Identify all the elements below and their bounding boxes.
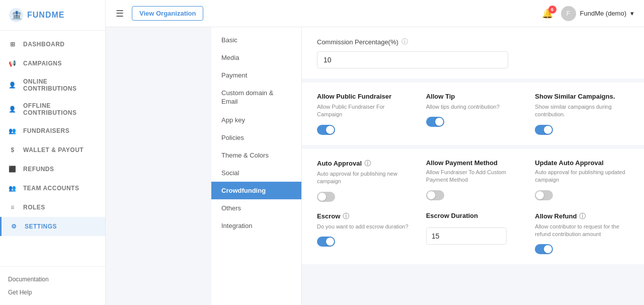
- switch-tip[interactable]: [426, 117, 444, 127]
- field-update-auto-approval: Update Auto Approval Auto approval for p…: [535, 159, 629, 202]
- sidebar-item-dashboard[interactable]: ⊞ DASHBOARD: [0, 35, 105, 54]
- toggle-allow-tip: Allow Tip Allow tips during contribution…: [426, 93, 520, 135]
- wallet-icon: $: [8, 145, 17, 155]
- bottom-grid: Auto Approval ⓘ Auto approval for publis…: [317, 159, 629, 255]
- toggle-switch-auto-approval[interactable]: [317, 192, 411, 202]
- user-name: FundMe (demo): [580, 10, 626, 17]
- sidebar: 🏦 FUNDME ⊞ DASHBOARD 📢 CAMPAIGNS 👤 ONLIN…: [0, 0, 106, 305]
- sidebar-item-offline-contributions[interactable]: 👤 OFFLINE CONTRIBUTIONS: [0, 97, 105, 121]
- sidebar-item-refunds[interactable]: ⬛ REFUNDS: [0, 160, 105, 179]
- content-area: Commission Percentage(%) ⓘ Allow Public …: [302, 27, 644, 305]
- sidebar-footer: Documentation Get Help: [0, 266, 105, 305]
- campaigns-icon: 📢: [8, 59, 17, 68]
- view-org-button[interactable]: View Organization: [132, 6, 203, 21]
- subnav-policies[interactable]: Policies: [211, 129, 301, 146]
- desc-auto-approval: Auto approval for publishing new campaig…: [317, 170, 411, 186]
- topbar-right: 🔔 6 F FundMe (demo) ▾: [542, 6, 634, 21]
- escrow-info-icon[interactable]: ⓘ: [343, 212, 349, 221]
- subnav-crowdfunding[interactable]: Crowdfunding: [211, 182, 301, 199]
- toggles-grid: Allow Public Fundraiser Allow Public Fun…: [317, 93, 629, 135]
- bottom-section: Auto Approval ⓘ Auto approval for publis…: [302, 149, 644, 265]
- get-help-link[interactable]: Get Help: [8, 286, 97, 299]
- allow-refund-info-icon[interactable]: ⓘ: [579, 212, 586, 221]
- switch-payment-method[interactable]: [426, 190, 444, 200]
- documentation-link[interactable]: Documentation: [8, 273, 97, 286]
- commission-input[interactable]: [317, 51, 508, 68]
- label-allow-refund: Allow Refund ⓘ: [535, 212, 629, 221]
- toggle-switch-payment-method[interactable]: [426, 190, 520, 200]
- escrow-duration-wrap: Days: [426, 227, 507, 245]
- online-contributions-icon: 👤: [8, 81, 17, 90]
- switch-allow-refund[interactable]: [535, 244, 553, 254]
- sidebar-item-team-accounts[interactable]: 👥 TEAM ACCOUNTS: [0, 179, 105, 198]
- offline-contributions-icon: 👤: [8, 105, 17, 114]
- settings-icon: ⚙: [10, 222, 19, 231]
- subnav-custom-domain[interactable]: Custom domain & Email: [211, 84, 301, 111]
- switch-escrow[interactable]: [317, 237, 335, 247]
- toggle-show-similar-campaigns: Show Similar Campaigns. Show similar cam…: [535, 93, 629, 135]
- team-accounts-icon: 👥: [8, 184, 17, 193]
- switch-public-fundraiser[interactable]: [317, 125, 335, 135]
- subnav-integration[interactable]: Integration: [211, 217, 301, 235]
- settings-sub-nav: Basic Media Payment Custom domain & Emai…: [211, 27, 302, 305]
- field-allow-payment-method: Allow Payment Method Allow Fundraiser To…: [426, 159, 520, 202]
- main-container: Basic Media Payment Custom domain & Emai…: [211, 27, 644, 305]
- roles-icon: ≡: [8, 203, 17, 212]
- commission-section: Commission Percentage(%) ⓘ: [302, 27, 644, 83]
- desc-escrow: Do you want to add escrow duration?: [317, 223, 411, 231]
- commission-info-icon[interactable]: ⓘ: [401, 37, 408, 46]
- label-auto-approval: Auto Approval ⓘ: [317, 159, 411, 168]
- switch-update-auto-approval[interactable]: [535, 190, 553, 200]
- notification-bell[interactable]: 🔔 6: [542, 8, 553, 19]
- sidebar-item-roles[interactable]: ≡ ROLES: [0, 198, 105, 217]
- label-allow-payment-method: Allow Payment Method: [426, 159, 520, 167]
- desc-update-auto-approval: Auto approval for publishing updated cam…: [535, 169, 629, 184]
- dashboard-icon: ⊞: [8, 40, 17, 49]
- toggle-allow-public-fundraiser: Allow Public Fundraiser Allow Public Fun…: [317, 93, 411, 135]
- svg-text:🏦: 🏦: [11, 10, 23, 21]
- toggle-title-similar-campaigns: Show Similar Campaigns.: [535, 93, 629, 100]
- toggle-switch-update-auto-approval[interactable]: [535, 190, 629, 200]
- auto-approval-info-icon[interactable]: ⓘ: [364, 159, 371, 168]
- hamburger-icon[interactable]: ☰: [116, 8, 124, 19]
- subnav-payment[interactable]: Payment: [211, 66, 301, 84]
- sidebar-item-wallet-payout[interactable]: $ WALLET & PAYOUT: [0, 140, 105, 160]
- sidebar-item-campaigns[interactable]: 📢 CAMPAIGNS: [0, 54, 105, 73]
- toggle-switch-tip[interactable]: [426, 117, 520, 127]
- toggle-switch-public-fundraiser[interactable]: [317, 125, 411, 135]
- toggle-title-tip: Allow Tip: [426, 93, 520, 100]
- logo-icon: 🏦: [8, 7, 24, 23]
- user-menu[interactable]: F FundMe (demo) ▾: [561, 6, 634, 21]
- notification-badge: 6: [548, 6, 556, 14]
- toggle-desc-public-fundraiser: Allow Public Fundraiser For Campaign: [317, 103, 411, 119]
- toggle-switch-escrow[interactable]: [317, 237, 411, 247]
- label-update-auto-approval: Update Auto Approval: [535, 159, 629, 167]
- avatar: F: [561, 6, 576, 21]
- label-escrow: Escrow ⓘ: [317, 212, 411, 221]
- toggle-switch-similar-campaigns[interactable]: [535, 125, 629, 135]
- subnav-theme-colors[interactable]: Theme & Colors: [211, 146, 301, 164]
- switch-auto-approval[interactable]: [317, 192, 335, 202]
- toggles-section: Allow Public Fundraiser Allow Public Fun…: [302, 83, 644, 149]
- subnav-app-key[interactable]: App key: [211, 111, 301, 129]
- logo: 🏦 FUNDME: [0, 0, 105, 31]
- sidebar-item-settings[interactable]: ⚙ SETTINGS: [0, 217, 105, 236]
- switch-similar-campaigns[interactable]: [535, 125, 553, 135]
- commission-label: Commission Percentage(%) ⓘ: [317, 37, 629, 46]
- desc-allow-payment-method: Allow Fundraiser To Add Custom Payment M…: [426, 169, 520, 184]
- fundraisers-icon: 👥: [8, 126, 17, 135]
- toggle-switch-allow-refund[interactable]: [535, 244, 629, 254]
- sidebar-item-fundraisers[interactable]: 👥 FUNDRAISERS: [0, 121, 105, 140]
- escrow-duration-input[interactable]: [427, 228, 507, 244]
- logo-text: FUNDME: [27, 11, 64, 20]
- subnav-others[interactable]: Others: [211, 199, 301, 217]
- subnav-social[interactable]: Social: [211, 164, 301, 182]
- subnav-basic[interactable]: Basic: [211, 31, 301, 49]
- topbar: ☰ View Organization 🔔 6 F FundMe (demo) …: [106, 0, 644, 27]
- toggle-desc-similar-campaigns: Show similar campaigns during contributi…: [535, 103, 629, 119]
- subnav-media[interactable]: Media: [211, 49, 301, 66]
- sidebar-item-online-contributions[interactable]: 👤 ONLINE CONTRIBUTIONS: [0, 73, 105, 97]
- refunds-icon: ⬛: [8, 165, 17, 174]
- field-allow-refund: Allow Refund ⓘ Allow contributor to requ…: [535, 212, 629, 255]
- field-escrow-duration: Escrow Duration Days: [426, 212, 520, 255]
